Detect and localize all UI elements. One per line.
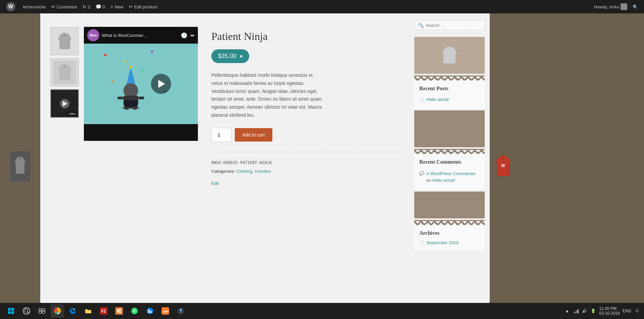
left-product-thumb[interactable] — [10, 151, 30, 181]
video-thumb-play — [60, 99, 69, 108]
plus-icon: + — [111, 4, 113, 9]
network-taskbar-icon[interactable] — [573, 308, 579, 314]
svg-point-0 — [19, 157, 21, 159]
comments-item[interactable]: 💬 0 — [93, 0, 108, 13]
video-player[interactable]: Woo What is WooCommer... 🕐 ➦ — [84, 27, 198, 141]
wp-logo-item[interactable]: W — [3, 0, 20, 13]
sku-label: SKU: — [211, 160, 222, 165]
add-to-cart-button[interactable]: Add to cart — [235, 128, 272, 142]
photos-taskbar-button[interactable] — [143, 304, 157, 318]
customize-item[interactable]: ✏ Customize — [49, 0, 80, 13]
filezilla-taskbar-button[interactable]: FZ — [97, 304, 110, 318]
main-content: video Woo What is WooCommer... 🕐 ➦ — [40, 13, 409, 319]
start-button[interactable] — [4, 304, 18, 318]
categories-row: Categories: Clothing, Hoodies — [211, 167, 399, 176]
category-hoodies-link[interactable]: Hoodies — [255, 169, 271, 174]
edit-product-link[interactable]: Edit — [211, 179, 399, 188]
svg-rect-23 — [8, 311, 11, 314]
recent-posts-title: Recent Posts — [419, 86, 480, 92]
comment-on-text: on — [426, 178, 432, 183]
thumbnail-1[interactable] — [50, 27, 79, 55]
task-view-button[interactable] — [35, 304, 49, 318]
svg-rect-45 — [574, 312, 575, 313]
admin-bar: W technonickx ✏ Customize ↻ 2 💬 0 + New … — [0, 0, 644, 13]
post-1-link[interactable]: Hello world! — [426, 97, 449, 102]
ninja-character — [111, 57, 151, 111]
right-product-area: W — [490, 13, 517, 319]
task-view-icon — [38, 307, 46, 315]
price-badge: $35.00 — [211, 49, 249, 63]
taskbar-time: 11:45 PM 03-10-2019 — [599, 306, 620, 316]
video-bottom-bar — [84, 124, 198, 141]
video-main-area[interactable] — [84, 44, 198, 124]
commenter-link[interactable]: A WordPress Commenter — [426, 171, 476, 176]
svg-point-44 — [180, 310, 181, 312]
svg-text:FZ: FZ — [101, 309, 106, 314]
search-taskbar-button[interactable] — [20, 304, 33, 318]
comment-bubble-icon: 💬 — [419, 171, 424, 176]
video-play-button[interactable] — [151, 74, 171, 94]
sidebar-image-top — [414, 37, 485, 74]
chevron-up-taskbar-icon[interactable]: ▲ — [564, 308, 571, 314]
product-title: Patient Ninja — [211, 30, 399, 43]
thumb2-image — [53, 61, 76, 84]
howdy-item[interactable]: Howdy, nickx — [591, 0, 630, 13]
thumb1-image — [53, 30, 76, 53]
post-document-icon: 📄 — [419, 98, 424, 102]
language-indicator[interactable]: ENG — [623, 309, 631, 313]
date-display: 03-10-2019 — [599, 311, 620, 316]
sublime-taskbar-button[interactable] — [112, 304, 126, 318]
archives-title: Archives — [419, 230, 480, 236]
category-clothing-link[interactable]: Clothing — [236, 169, 253, 174]
revisions-icon: ↻ — [83, 4, 87, 9]
taskbar-system-icons: ▲ 🔊 🔋 — [564, 308, 597, 314]
sku-row: SKU: HOODIE-PATIENT-NINJA — [211, 158, 399, 167]
svg-rect-31 — [42, 311, 45, 313]
new-item[interactable]: + New — [108, 0, 126, 13]
play-icon — [63, 101, 67, 106]
admin-search-button[interactable]: 🔍 — [630, 0, 641, 13]
battery-taskbar-icon[interactable]: 🔋 — [590, 308, 597, 314]
adminbar-right: Howdy, nickx 🔍 — [591, 0, 641, 13]
video-icons: 🕐 ➦ — [181, 32, 195, 39]
pencil-icon: ✏ — [51, 4, 55, 9]
site-name-item[interactable]: technonickx — [20, 0, 49, 13]
right-product-image: W — [493, 153, 513, 180]
price-dot — [240, 55, 243, 58]
edit-product-item[interactable]: ✏ Edit product — [126, 0, 160, 13]
archive-september-link[interactable]: 📄 September 2019 — [419, 240, 480, 245]
search-box: 🔍 — [414, 20, 485, 30]
sidebar-product-image-top — [436, 42, 463, 69]
confetti-red — [104, 54, 107, 56]
chrome-taskbar-button[interactable] — [51, 304, 64, 318]
notifications-taskbar-icon[interactable]: 🗨 — [634, 308, 641, 314]
thumbnail-2[interactable] — [50, 58, 79, 87]
add-to-cart-row: Add to cart — [211, 128, 399, 142]
woo-badge: Woo — [87, 29, 99, 41]
sidebar-image-middle — [414, 110, 485, 147]
revisions-item[interactable]: ↻ 2 — [80, 0, 93, 13]
files-taskbar-button[interactable] — [82, 304, 95, 318]
avatar — [621, 3, 627, 10]
volume-taskbar-icon[interactable]: 🔊 — [581, 308, 588, 314]
svg-rect-28 — [39, 309, 42, 311]
sidebar-image-inner-top — [414, 37, 485, 74]
svg-rect-34 — [85, 310, 91, 313]
svg-point-19 — [502, 156, 504, 159]
thumbnail-3-video[interactable]: video — [50, 89, 79, 118]
search-widget: 🔍 — [414, 20, 485, 30]
comment-post-link[interactable]: Hello world! — [432, 178, 455, 183]
share-icon: ➦ — [190, 32, 195, 39]
product-section: video Woo What is WooCommer... 🕐 ➦ — [50, 27, 399, 188]
page-wrapper: video Woo What is WooCommer... 🕐 ➦ — [0, 13, 644, 319]
quantity-input[interactable] — [211, 128, 231, 142]
svg-rect-46 — [575, 311, 576, 313]
rocket-taskbar-button[interactable] — [174, 304, 187, 318]
search-input[interactable] — [426, 23, 482, 28]
product-meta: SKU: HOODIE-PATIENT-NINJA Categories: Cl… — [211, 152, 399, 188]
svg-rect-30 — [39, 311, 42, 313]
xampp-taskbar-button[interactable]: XAMPP — [159, 304, 172, 318]
svg-point-7 — [129, 66, 132, 68]
whatsapp-taskbar-button[interactable] — [128, 304, 141, 318]
edge-taskbar-button[interactable] — [66, 304, 79, 318]
